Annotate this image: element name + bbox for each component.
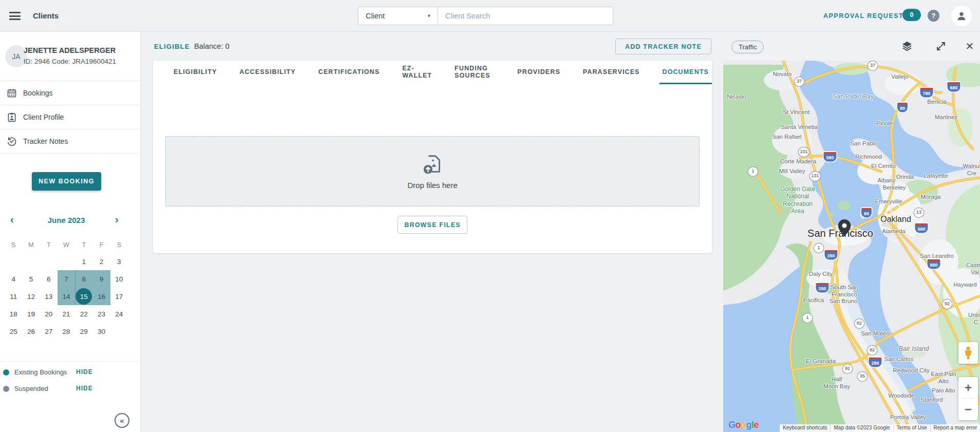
calendar-day-cell[interactable]: 26: [22, 323, 40, 340]
file-dropzone[interactable]: Drop files here: [165, 136, 700, 206]
tab-providers[interactable]: PROVIDERS: [514, 61, 563, 84]
calendar-day-cell[interactable]: 21: [58, 305, 75, 323]
calendar-empty-cell: [22, 253, 40, 270]
calendar-day-cell[interactable]: 16: [92, 288, 110, 305]
search-type-select[interactable]: Client ▼: [359, 7, 438, 25]
tab-documents[interactable]: DOCUMENTS: [659, 61, 712, 84]
attribution-item[interactable]: Terms of Use: [893, 424, 930, 432]
approval-count-badge: 0: [902, 9, 921, 21]
tab-funding-sources[interactable]: FUNDING SOURCES: [451, 61, 498, 84]
client-header: JA JENETTE ADELSPERGER ID: 2946 Code: JR…: [0, 32, 141, 81]
calendar-day-cell[interactable]: 29: [75, 323, 92, 340]
tab-bar: ELIGIBILITYACCESSIBILITYCERTIFICATIONSEZ…: [153, 61, 712, 84]
sidebar: JA JENETTE ADELSPERGER ID: 2946 Code: JR…: [0, 32, 141, 432]
calendar-day-cell[interactable]: 25: [5, 323, 22, 340]
calendar-day-header: T: [40, 237, 58, 253]
calendar-day-cell[interactable]: 17: [110, 288, 128, 305]
layers-icon[interactable]: [900, 39, 914, 53]
attribution-item[interactable]: Report a map error: [930, 424, 980, 432]
calendar-empty-cell: [40, 253, 58, 270]
clipboard-person-icon: [7, 112, 17, 122]
calendar-day-cell[interactable]: 27: [40, 323, 58, 340]
calendar-day-cell[interactable]: 8: [75, 270, 92, 288]
hamburger-menu-icon[interactable]: [9, 12, 21, 20]
calendar-day-cell[interactable]: 19: [22, 305, 40, 323]
close-icon[interactable]: ✕: [963, 39, 977, 53]
calendar-day-cell[interactable]: 23: [92, 305, 110, 323]
calendar-day-cell[interactable]: 10: [110, 270, 128, 288]
new-booking-button[interactable]: NEW BOOKING: [32, 172, 101, 191]
user-avatar[interactable]: [951, 6, 972, 26]
tab-eligibility[interactable]: ELIGIBILITY: [171, 61, 220, 84]
calendar-day-cell[interactable]: 9: [92, 270, 110, 288]
tab-ez-wallet[interactable]: EZ-WALLET: [399, 61, 435, 84]
sidebar-item-label: Bookings: [23, 89, 53, 97]
sidebar-item-client-profile[interactable]: Client Profile: [0, 105, 141, 129]
calendar-day-header: M: [22, 237, 40, 253]
pegman-icon: [963, 346, 973, 360]
collapse-sidebar-icon[interactable]: «: [115, 413, 129, 428]
calendar-day-cell[interactable]: 20: [40, 305, 58, 323]
chevron-down-icon: ▼: [427, 13, 431, 18]
zoom-in-button[interactable]: +: [958, 377, 978, 398]
sidebar-item-bookings[interactable]: Bookings: [0, 81, 141, 105]
calendar-day-cell[interactable]: 28: [58, 323, 75, 340]
calendar-day-cell[interactable]: 30: [92, 323, 110, 340]
calendar-day-cell[interactable]: 4: [5, 270, 22, 288]
client-search-group: Client ▼: [358, 7, 613, 25]
sidebar-item-tracker-notes[interactable]: Tracker Notes: [0, 129, 141, 154]
calendar-next-icon[interactable]: ›: [115, 214, 119, 224]
balance-label: Balance: 0: [194, 42, 230, 50]
pegman-control[interactable]: [958, 342, 978, 364]
documents-card: ELIGIBILITYACCESSIBILITYCERTIFICATIONSEZ…: [153, 61, 712, 253]
search-type-value: Client: [366, 12, 385, 20]
top-bar: Clients Client ▼ APPROVAL REQUESTS 0 ?: [0, 0, 980, 32]
zoom-out-button[interactable]: −: [958, 399, 978, 420]
map-attribution: Keyboard shortcutsMap data ©2023 GoogleT…: [780, 424, 980, 432]
calendar-day-cell[interactable]: 3: [110, 253, 128, 270]
tab-paraservices[interactable]: PARASERVICES: [580, 61, 643, 84]
calendar-day-cell[interactable]: 5: [22, 270, 40, 288]
calendar-day-cell[interactable]: 24: [110, 305, 128, 323]
calendar-day-header: S: [110, 237, 128, 253]
upload-image-icon: [421, 153, 444, 177]
calendar-day-header: F: [92, 237, 110, 253]
fullscreen-icon[interactable]: [934, 39, 948, 53]
attribution-item[interactable]: Keyboard shortcuts: [780, 424, 830, 432]
dropzone-text: Drop files here: [407, 181, 458, 190]
help-icon[interactable]: ?: [928, 10, 939, 22]
map-canvas[interactable]: NovatoNicasioVallejoBeniciaMartinezSt Vi…: [723, 61, 980, 432]
approval-requests-link[interactable]: APPROVAL REQUESTS: [823, 12, 909, 20]
calendar-day-cell[interactable]: 22: [75, 305, 92, 323]
hide-existing-bookings-link[interactable]: HIDE: [76, 368, 93, 375]
map-panel: Traffic ✕: [723, 32, 980, 432]
sidebar-item-label: Tracker Notes: [23, 137, 68, 145]
calendar-day-header: W: [58, 237, 75, 253]
calendar-day-cell[interactable]: 15: [75, 288, 92, 305]
client-id-code: ID: 2946 Code: JRA19600421: [24, 58, 116, 65]
calendar-day-cell[interactable]: 2: [92, 253, 110, 270]
browse-files-button[interactable]: BROWSE FILES: [398, 216, 467, 234]
calendar-day-cell[interactable]: 18: [5, 305, 22, 323]
calendar-day-cell[interactable]: 14: [58, 288, 75, 305]
tab-certifications[interactable]: CERTIFICATIONS: [315, 61, 383, 84]
calendar-day-cell[interactable]: 6: [40, 270, 58, 288]
calendar-day-cell[interactable]: 1: [75, 253, 92, 270]
legend-label: Suspended: [14, 385, 48, 392]
traffic-toggle-chip[interactable]: Traffic: [731, 41, 764, 53]
client-search-input[interactable]: [438, 7, 613, 25]
existing-bookings-dot: [3, 369, 9, 375]
add-tracker-note-button[interactable]: ADD TRACKER NOTE: [615, 39, 711, 54]
calendar-day-cell[interactable]: 12: [22, 288, 40, 305]
calendar-day-cell[interactable]: 11: [5, 288, 22, 305]
client-name: JENETTE ADELSPERGER: [24, 46, 116, 54]
google-logo[interactable]: Google: [728, 420, 759, 430]
calendar-legend: Existing Bookings HIDE Suspended HIDE: [0, 361, 141, 362]
status-badge: ELIGIBLE: [154, 43, 190, 50]
calendar-day-cell[interactable]: 7: [58, 270, 75, 288]
map-base-art: [723, 61, 980, 432]
hide-suspended-link[interactable]: HIDE: [76, 385, 93, 392]
tab-accessibility[interactable]: ACCESSIBILITY: [236, 61, 298, 84]
calendar-day-header: S: [5, 237, 22, 253]
calendar-day-cell[interactable]: 13: [40, 288, 58, 305]
